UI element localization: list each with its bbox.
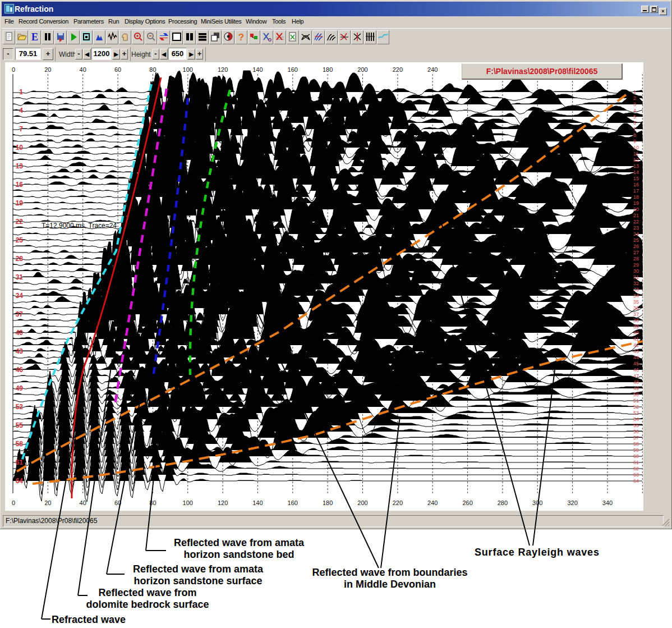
- svg-text:13: 13: [633, 163, 639, 169]
- svg-text:34: 34: [633, 293, 639, 299]
- svg-text:4: 4: [633, 108, 636, 113]
- svg-text:E: E: [31, 31, 38, 43]
- svg-text:64: 64: [633, 478, 639, 484]
- svg-text:52: 52: [633, 404, 639, 410]
- svg-text:62: 62: [633, 466, 639, 471]
- svg-text:4: 4: [19, 107, 23, 114]
- svg-text:53: 53: [633, 410, 639, 416]
- svg-text:16: 16: [633, 182, 639, 187]
- svg-text:37: 37: [633, 311, 639, 317]
- svg-text:60: 60: [633, 453, 639, 459]
- svg-text:49: 49: [16, 384, 24, 392]
- svg-text:23: 23: [633, 225, 639, 231]
- svg-text:21: 21: [633, 213, 639, 218]
- svg-text:38: 38: [633, 318, 639, 323]
- svg-text:180: 180: [323, 499, 333, 506]
- svg-text:24: 24: [633, 231, 639, 237]
- svg-text:25: 25: [16, 236, 24, 244]
- svg-text:200: 200: [357, 66, 367, 73]
- svg-text:29: 29: [633, 262, 639, 268]
- svg-text:27: 27: [633, 250, 639, 255]
- svg-text:11: 11: [633, 151, 638, 157]
- svg-text:10: 10: [633, 145, 639, 150]
- svg-text:26: 26: [633, 244, 639, 249]
- svg-text:36: 36: [633, 305, 639, 311]
- svg-text:160: 160: [288, 66, 298, 73]
- svg-text:7: 7: [19, 125, 23, 133]
- svg-text:19: 19: [633, 200, 639, 206]
- svg-text:51: 51: [633, 398, 639, 404]
- svg-text:61: 61: [16, 459, 24, 466]
- svg-text:220: 220: [393, 66, 403, 73]
- svg-text:40: 40: [633, 330, 639, 336]
- svg-text:39: 39: [633, 324, 639, 329]
- svg-text:48: 48: [633, 379, 639, 385]
- svg-text:49: 49: [633, 386, 639, 391]
- svg-text:120: 120: [218, 499, 228, 506]
- svg-text:44: 44: [633, 355, 639, 360]
- svg-text:9: 9: [633, 139, 636, 144]
- svg-text:1: 1: [19, 88, 23, 96]
- svg-text:33: 33: [633, 287, 639, 292]
- svg-text:47: 47: [633, 373, 639, 379]
- svg-text:41: 41: [633, 336, 639, 342]
- svg-text:35: 35: [633, 299, 639, 305]
- svg-text:240: 240: [427, 66, 438, 73]
- svg-text:32: 32: [633, 281, 639, 286]
- svg-text:46: 46: [633, 367, 639, 373]
- svg-text:63: 63: [633, 472, 639, 478]
- svg-text:18: 18: [633, 194, 639, 200]
- svg-text:31: 31: [633, 274, 639, 280]
- svg-text:43: 43: [16, 347, 24, 355]
- svg-text:240: 240: [427, 499, 438, 506]
- svg-text:100: 100: [183, 66, 193, 73]
- svg-text:50: 50: [633, 392, 639, 397]
- svg-text:12: 12: [633, 157, 639, 163]
- svg-text:52: 52: [16, 403, 24, 411]
- svg-text:34: 34: [16, 292, 24, 300]
- svg-text:160: 160: [288, 499, 298, 506]
- svg-text:80: 80: [149, 66, 156, 73]
- svg-text:25: 25: [633, 237, 639, 243]
- svg-text:16: 16: [16, 181, 24, 189]
- svg-text:340: 340: [602, 499, 613, 506]
- svg-text:T=12.9000 ms, Trace=24: T=12.9000 ms, Trace=24: [42, 222, 117, 230]
- svg-text:56: 56: [633, 429, 639, 434]
- svg-text:55: 55: [633, 423, 639, 428]
- svg-text:58: 58: [633, 441, 639, 447]
- svg-text:20: 20: [44, 66, 51, 73]
- svg-text:40: 40: [80, 499, 86, 506]
- svg-text:260: 260: [462, 499, 472, 506]
- svg-text:58: 58: [16, 440, 24, 448]
- svg-text:40: 40: [16, 329, 24, 337]
- svg-text:3: 3: [633, 102, 636, 107]
- svg-text:0: 0: [12, 499, 15, 506]
- svg-text:28: 28: [16, 255, 24, 263]
- svg-text:43: 43: [633, 349, 639, 354]
- svg-text:28: 28: [633, 256, 639, 262]
- svg-text:6: 6: [633, 120, 636, 126]
- svg-text:7: 7: [633, 126, 636, 132]
- svg-text:100: 100: [183, 499, 193, 506]
- svg-text:14: 14: [633, 169, 639, 175]
- svg-text:140: 140: [252, 499, 263, 506]
- svg-text:120: 120: [218, 66, 228, 73]
- svg-text:15: 15: [633, 176, 639, 181]
- svg-text:280: 280: [498, 499, 508, 506]
- svg-text:31: 31: [16, 273, 24, 281]
- svg-text:40: 40: [80, 66, 86, 73]
- svg-text:42: 42: [633, 342, 639, 348]
- svg-text:20: 20: [44, 499, 51, 506]
- svg-text:57: 57: [633, 435, 639, 441]
- svg-text:37: 37: [16, 310, 24, 318]
- svg-text:64: 64: [16, 477, 24, 485]
- svg-text:140: 140: [252, 66, 263, 73]
- svg-text:60: 60: [114, 66, 121, 73]
- svg-text:19: 19: [16, 199, 24, 207]
- svg-text:13: 13: [16, 162, 24, 170]
- svg-text:220: 220: [393, 499, 403, 506]
- svg-text:80: 80: [149, 499, 156, 506]
- svg-text:2: 2: [633, 95, 636, 101]
- svg-text:45: 45: [633, 361, 639, 366]
- svg-text:?: ?: [238, 32, 244, 43]
